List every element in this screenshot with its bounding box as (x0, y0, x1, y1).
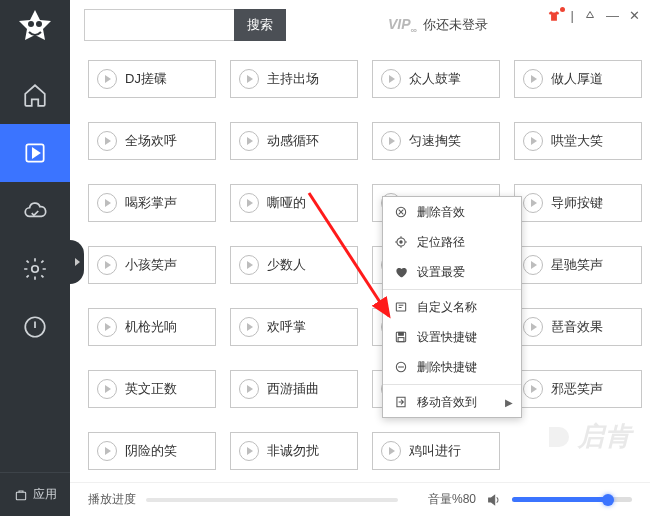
sfx-label: 少数人 (267, 256, 306, 274)
menu-item[interactable]: 删除音效 (383, 197, 521, 227)
footer-bar: 播放进度 音量%80 (70, 482, 650, 516)
sfx-label: 机枪光响 (125, 318, 177, 336)
skin-icon[interactable] (547, 9, 561, 23)
sfx-button[interactable]: 少数人 (230, 246, 358, 284)
menu-item[interactable]: 定位路径 (383, 227, 521, 257)
sfx-label: 主持出场 (267, 70, 319, 88)
sfx-label: 导师按键 (551, 194, 603, 212)
menu-item[interactable]: 移动音效到▶ (383, 387, 521, 417)
sfx-label: 动感循环 (267, 132, 319, 150)
sfx-label: 哄堂大笑 (551, 132, 603, 150)
menu-item-label: 设置最爱 (417, 264, 465, 281)
sfx-button[interactable]: 英文正数 (88, 370, 216, 408)
play-icon (523, 379, 543, 399)
play-icon (239, 69, 259, 89)
move-icon (393, 394, 409, 410)
nav-settings[interactable] (0, 240, 70, 298)
menu-item-label: 移动音效到 (417, 394, 477, 411)
sfx-label: 欢呼掌 (267, 318, 306, 336)
trash-icon (393, 204, 409, 220)
sfx-button[interactable]: 匀速掏笑 (372, 122, 500, 160)
sfx-button[interactable]: 欢呼掌 (230, 308, 358, 346)
nav-home[interactable] (0, 66, 70, 124)
context-menu: 删除音效定位路径设置最爱自定义名称设置快捷键删除快捷键移动音效到▶ (382, 196, 522, 418)
sfx-button[interactable]: 动感循环 (230, 122, 358, 160)
apps-button[interactable]: 应用 (0, 472, 70, 516)
sound-effects-grid: DJ搓碟主持出场众人鼓掌做人厚道全场欢呼动感循环匀速掏笑哄堂大笑喝彩掌声嘶哑的笑… (88, 60, 646, 470)
progress-label: 播放进度 (88, 491, 136, 508)
sfx-button[interactable]: 机枪光响 (88, 308, 216, 346)
play-icon (523, 255, 543, 275)
play-icon (523, 131, 543, 151)
sfx-label: 邪恶笑声 (551, 380, 603, 398)
sfx-label: DJ搓碟 (125, 70, 167, 88)
play-icon (523, 69, 543, 89)
volume-slider[interactable] (512, 497, 632, 502)
play-icon (381, 69, 401, 89)
nav-cloud[interactable] (0, 182, 70, 240)
menu-item[interactable]: 删除快捷键 (383, 352, 521, 382)
sfx-label: 匀速掏笑 (409, 132, 461, 150)
sfx-button[interactable]: 众人鼓掌 (372, 60, 500, 98)
main-panel: | — ✕ 搜索 VIP∞ 你还未登录 DJ搓碟主持出场众人鼓掌做人厚道全场欢呼… (70, 0, 650, 516)
sfx-label: 嘶哑的 (267, 194, 306, 212)
menu-item[interactable]: 自定义名称 (383, 292, 521, 322)
progress-slider[interactable] (146, 498, 398, 502)
play-icon (97, 193, 117, 213)
play-icon (381, 131, 401, 151)
volume-icon[interactable] (486, 492, 502, 508)
sfx-button[interactable]: 喝彩掌声 (88, 184, 216, 222)
sfx-label: 琶音效果 (551, 318, 603, 336)
close-button[interactable]: ✕ (629, 8, 640, 23)
sfx-label: 做人厚道 (551, 70, 603, 88)
sfx-button[interactable]: 嘶哑的 (230, 184, 358, 222)
sfx-button[interactable]: 全场欢呼 (88, 122, 216, 160)
svg-point-8 (400, 241, 402, 243)
sfx-label: 西游插曲 (267, 380, 319, 398)
sfx-button[interactable]: 做人厚道 (514, 60, 642, 98)
play-icon (381, 441, 401, 461)
chevron-right-icon: ▶ (505, 397, 513, 408)
play-icon (97, 69, 117, 89)
play-icon (239, 441, 259, 461)
play-icon (523, 317, 543, 337)
sfx-button[interactable]: 鸡叫进行 (372, 432, 500, 470)
menu-item-label: 定位路径 (417, 234, 465, 251)
search-button[interactable]: 搜索 (234, 9, 286, 41)
menu-item[interactable]: 设置最爱 (383, 257, 521, 287)
app-root: 应用 | — ✕ 搜索 VIP∞ 你还未登录 DJ搓碟主持出 (0, 0, 650, 516)
search-input[interactable] (84, 9, 234, 41)
sfx-button[interactable]: 琶音效果 (514, 308, 642, 346)
app-logo (15, 8, 55, 48)
sfx-button[interactable]: 哄堂大笑 (514, 122, 642, 160)
play-icon (97, 255, 117, 275)
sfx-button[interactable]: 小孩笑声 (88, 246, 216, 284)
sfx-button[interactable]: 阴险的笑 (88, 432, 216, 470)
svg-point-0 (36, 21, 42, 27)
play-icon (97, 379, 117, 399)
menu-separator (383, 384, 521, 385)
pin-icon[interactable] (584, 10, 596, 22)
sfx-button[interactable]: 主持出场 (230, 60, 358, 98)
play-icon (97, 131, 117, 151)
sfx-button[interactable]: DJ搓碟 (88, 60, 216, 98)
tag-icon (393, 299, 409, 315)
menu-item-label: 自定义名称 (417, 299, 477, 316)
separator: | (571, 8, 574, 23)
login-area[interactable]: VIP∞ 你还未登录 (388, 16, 488, 35)
svg-rect-5 (16, 492, 25, 499)
sfx-button[interactable]: 西游插曲 (230, 370, 358, 408)
heart-icon (393, 264, 409, 280)
svg-rect-11 (399, 332, 404, 335)
menu-separator (383, 289, 521, 290)
sfx-button[interactable]: 星驰笑声 (514, 246, 642, 284)
locate-icon (393, 234, 409, 250)
menu-item[interactable]: 设置快捷键 (383, 322, 521, 352)
sfx-button[interactable]: 邪恶笑声 (514, 370, 642, 408)
sfx-label: 鸡叫进行 (409, 442, 461, 460)
nav-power[interactable] (0, 298, 70, 356)
sfx-button[interactable]: 非诚勿扰 (230, 432, 358, 470)
minimize-button[interactable]: — (606, 8, 619, 23)
sfx-button[interactable]: 导师按键 (514, 184, 642, 222)
nav-sound-effects[interactable] (0, 124, 70, 182)
